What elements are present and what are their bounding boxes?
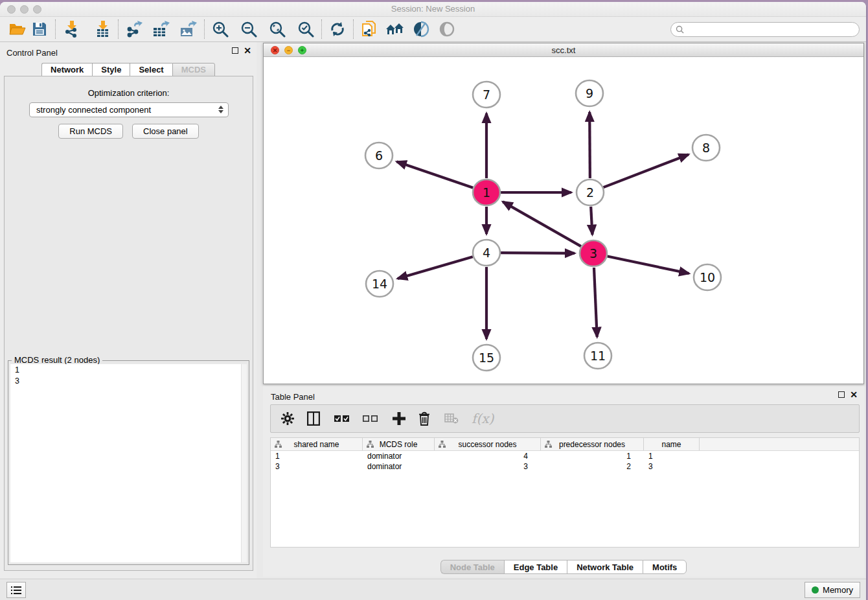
table-row[interactable]: 1dominator411 xyxy=(271,451,859,461)
home-icon[interactable] xyxy=(384,18,406,40)
column-header-successor-nodes[interactable]: successor nodes xyxy=(435,438,541,450)
table-cell[interactable]: dominator xyxy=(363,451,435,461)
table-cell[interactable]: 4 xyxy=(435,451,541,461)
tab-network[interactable]: Network xyxy=(41,63,92,76)
tab-node-table[interactable]: Node Table xyxy=(440,560,504,574)
column-header-predecessor-nodes[interactable]: predecessor nodes xyxy=(541,438,644,450)
delete-row-trash-icon[interactable] xyxy=(418,409,430,428)
graph-node-14[interactable]: 14 xyxy=(366,271,393,297)
export-image-icon[interactable] xyxy=(177,18,200,40)
memory-status-icon xyxy=(812,586,819,594)
table-cell[interactable]: 3 xyxy=(644,461,700,472)
table-body: 1dominator4113dominator323 xyxy=(271,451,859,472)
float-panel-icon[interactable] xyxy=(838,391,845,398)
tab-edge-table[interactable]: Edge Table xyxy=(504,560,567,574)
save-session-icon[interactable] xyxy=(29,18,51,40)
close-panel-icon[interactable]: ✕ xyxy=(850,391,858,398)
visual-styles-icon[interactable] xyxy=(410,18,432,40)
column-header-MCDS-role[interactable]: MCDS role xyxy=(363,438,435,450)
task-history-button[interactable] xyxy=(6,582,26,598)
search-input[interactable] xyxy=(687,25,859,34)
main-region: Control Panel ✕ NetworkStyleSelectMCDS O… xyxy=(0,42,866,579)
optimization-criterion-label: Optimization criterion: xyxy=(5,88,253,98)
result-scrollbar[interactable] xyxy=(241,364,247,562)
tree-hierarchy-icon xyxy=(439,441,446,448)
network-canvas[interactable]: 7968124314101511 xyxy=(264,57,863,384)
search-box[interactable] xyxy=(670,22,860,37)
tab-style[interactable]: Style xyxy=(92,63,130,76)
import-table-icon[interactable] xyxy=(91,18,113,40)
mcds-result-line: 3 xyxy=(15,376,242,387)
add-row-icon[interactable] xyxy=(393,409,405,428)
settings-gear-icon[interactable] xyxy=(281,409,294,428)
table-cell[interactable]: 3 xyxy=(271,461,363,472)
table-cell[interactable]: 1 xyxy=(541,451,644,461)
graph-node-1[interactable]: 1 xyxy=(473,179,500,205)
graph-edge-3-10[interactable] xyxy=(608,257,689,274)
zoom-fit-icon[interactable] xyxy=(266,18,288,40)
graph-node-10[interactable]: 10 xyxy=(694,264,721,290)
graph-node-8[interactable]: 8 xyxy=(692,135,720,161)
tab-select[interactable]: Select xyxy=(130,63,172,76)
close-panel-button[interactable]: Close panel xyxy=(132,124,199,139)
graph-edge-2-3[interactable] xyxy=(591,207,592,235)
column-header-name[interactable]: name xyxy=(644,438,700,450)
table-cell[interactable]: dominator xyxy=(363,461,435,472)
graph-edge-2-9[interactable] xyxy=(589,112,590,178)
export-table-icon[interactable] xyxy=(150,18,172,40)
table-cell[interactable]: 3 xyxy=(435,461,541,472)
zoom-in-icon[interactable] xyxy=(209,18,231,40)
graph-node-9[interactable]: 9 xyxy=(576,80,603,106)
tab-network-table[interactable]: Network Table xyxy=(567,560,643,574)
select-all-icon[interactable] xyxy=(334,409,350,428)
tab-mcds[interactable]: MCDS xyxy=(172,63,215,76)
graph-node-2[interactable]: 2 xyxy=(577,179,604,205)
function-builder-icon[interactable]: f(x) xyxy=(472,409,494,428)
table-panel-tabs: Node TableEdge TableNetwork TableMotifs xyxy=(263,560,864,574)
graph-node-3[interactable]: 3 xyxy=(580,240,607,266)
table-cell[interactable]: 1 xyxy=(271,451,363,461)
open-session-icon[interactable] xyxy=(6,18,29,40)
zoom-selected-icon[interactable] xyxy=(295,18,317,40)
refresh-icon[interactable] xyxy=(326,18,348,40)
graph-edge-1-6[interactable] xyxy=(396,161,473,187)
control-panel-title: Control Panel xyxy=(6,48,58,58)
graph-node-label: 11 xyxy=(590,349,606,363)
graph-node-6[interactable]: 6 xyxy=(365,143,393,168)
toggle-panel-icon[interactable] xyxy=(307,409,320,428)
criterion-select[interactable]: strongly connected component xyxy=(29,102,229,117)
graph-edge-2-8[interactable] xyxy=(604,154,689,187)
export-network-icon[interactable] xyxy=(123,18,145,40)
memory-button-label: Memory xyxy=(823,585,853,595)
window-title: Session: New Session xyxy=(0,4,866,14)
mcds-result-textarea[interactable]: 1 3 xyxy=(10,364,247,562)
graph-edge-4-14[interactable] xyxy=(398,257,473,279)
column-header-shared-name[interactable]: shared name xyxy=(271,438,363,450)
select-spinner-icon xyxy=(218,106,223,113)
graph-node-7[interactable]: 7 xyxy=(473,82,500,108)
network-window-titlebar[interactable]: ✕ − + scc.txt xyxy=(264,43,863,57)
close-panel-icon[interactable]: ✕ xyxy=(244,47,251,54)
table-row[interactable]: 3dominator323 xyxy=(271,461,859,472)
graph-edge-3-11[interactable] xyxy=(594,268,597,337)
deselect-all-icon[interactable] xyxy=(363,409,378,428)
run-mcds-button[interactable]: Run MCDS xyxy=(58,124,123,139)
network-from-selection-icon[interactable] xyxy=(358,18,380,40)
table-cell[interactable]: 2 xyxy=(541,461,644,472)
column-label: predecessor nodes xyxy=(559,440,625,449)
table-cell[interactable]: 1 xyxy=(644,451,700,461)
float-panel-icon[interactable] xyxy=(232,47,238,54)
toolbar-separator xyxy=(55,19,56,39)
graph-edge-3-1[interactable] xyxy=(503,202,581,246)
tab-motifs[interactable]: Motifs xyxy=(643,560,687,574)
import-network-icon[interactable] xyxy=(60,18,82,40)
delete-table-icon[interactable] xyxy=(444,409,459,428)
network-window-title: scc.txt xyxy=(264,45,863,55)
graph-edge-4-3[interactable] xyxy=(501,253,575,253)
zoom-out-icon[interactable] xyxy=(238,18,260,40)
graph-node-4[interactable]: 4 xyxy=(473,240,500,266)
graph-node-15[interactable]: 15 xyxy=(473,345,500,371)
show-hide-icon[interactable] xyxy=(436,18,458,40)
graph-node-11[interactable]: 11 xyxy=(584,343,611,369)
memory-button[interactable]: Memory xyxy=(805,582,860,598)
